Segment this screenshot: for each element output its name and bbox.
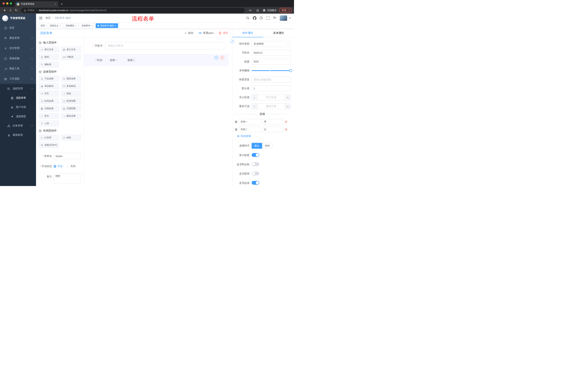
tag-close-icon[interactable]: × [60,25,61,27]
avatar-caret-icon[interactable] [289,18,291,19]
tag-home[interactable]: 首页 [39,23,47,28]
phone-input[interactable] [105,42,225,49]
minimize-window-button[interactable] [6,2,8,5]
sidebar-logo[interactable]: 芋道管理系统 [0,14,36,23]
sidebar-item-user-group[interactable]: 用户分组 [0,102,36,112]
github-icon[interactable] [253,16,256,20]
avatar[interactable] [280,15,287,21]
palette-item-select[interactable]: ◎下拉选择 [39,76,59,82]
tag-close-icon[interactable]: × [75,25,77,27]
tag-process-model[interactable]: 流程模型 × [64,23,79,28]
sidebar-item-payment[interactable]: ¥ 支付管理 [0,43,36,53]
palette-item-button[interactable]: ⊡按钮 [61,135,81,141]
palette-item-editor[interactable]: ✎编辑器 [39,62,59,67]
palette-item-date-picker[interactable]: ▦日期选择 [39,106,59,112]
update-chrome-button[interactable]: 更新 ⋮ [279,8,292,13]
clear-button[interactable]: 清空 [219,31,228,35]
tab-component-props[interactable]: 组件属性 [232,29,263,37]
sidebar-item-process-model[interactable]: 流程模型 [0,112,36,121]
tab-form-props[interactable]: 表单属性 [263,29,294,37]
palette-item-table[interactable]: ⊞表格[开发中] [39,142,59,148]
palette-item-rate[interactable]: ☆评分 [39,113,59,119]
save-button[interactable]: ✓ 保存 [184,31,193,35]
sidebar-item-infrastructure[interactable]: 基础设施 [0,53,36,64]
copy-widget-button[interactable] [214,56,218,60]
anchor-link-button[interactable] [230,39,234,43]
form-canvas[interactable]: *手机号 [84,37,232,186]
increase-button[interactable]: + [285,104,291,109]
palette-item-textarea[interactable]: ▤多行文本 [61,47,81,53]
required-toggle[interactable] [252,181,259,185]
remove-option-icon[interactable]: ⊖ [285,120,287,123]
show-label-toggle[interactable] [252,153,259,157]
form-remark-textarea[interactable]: 嘿嘿 [54,173,81,184]
slider-handle[interactable] [289,69,292,72]
browser-tab[interactable]: 芋道管理系统 × [15,1,58,7]
palette-item-time-range[interactable]: ◶时间范围 [61,98,81,104]
gender-option-1-checkbox[interactable]: 选项一 [105,59,117,62]
option-value-input[interactable] [262,127,284,132]
new-tab-button[interactable]: + [61,2,63,6]
palette-item-password[interactable]: 密码 [39,54,59,60]
view-json-button[interactable]: 查看json [199,31,214,35]
drag-handle-icon[interactable] [234,120,238,123]
sidebar-item-leave-query[interactable]: 请假查询 [0,130,36,139]
phone-field-row[interactable]: *手机号 [93,42,225,49]
min-select-value[interactable]: 至少应选 [257,95,285,100]
sidebar-item-process-management[interactable]: 流程管理 [0,84,36,93]
url-bar[interactable]: 不安全 dashboard.yudao.iocoder.cn/bpm/manag… [21,8,245,13]
remove-option-icon[interactable]: ⊖ [285,128,287,131]
tag-process-definition[interactable]: 流程定义 × [48,23,63,28]
forward-button[interactable] [8,8,13,13]
drag-handle-icon[interactable] [234,128,238,131]
palette-item-color-picker[interactable]: ◑颜色选择 [61,113,81,119]
palette-item-time-picker[interactable]: ◷时间选择 [39,98,59,104]
option-label-input[interactable] [239,119,261,125]
sidebar-item-devtools[interactable]: 研发工具 [0,64,36,74]
style-button-button[interactable]: 按钮 [262,143,273,149]
chrome-menu-icon[interactable]: ⋮ [288,9,290,12]
gender-field-row[interactable]: *性别 选项一 选项二 [84,58,229,62]
label-width-input[interactable] [252,77,291,83]
sidebar-item-task-management[interactable]: 任务管理 [0,121,36,130]
tag-close-icon[interactable]: × [115,25,116,27]
increase-button[interactable]: + [285,95,291,100]
sidebar-item-workflow[interactable]: 工作流程 [0,74,36,84]
decrease-button[interactable]: − [252,104,257,109]
palette-item-row-container[interactable]: ▢行容器 [39,135,59,141]
palette-item-cascader[interactable]: ⋔级联选择 [61,76,81,82]
palette-item-checkbox-group[interactable]: ☑多选框组 [61,83,81,89]
breadcrumb-home[interactable]: 首页 [45,16,51,20]
style-default-button[interactable]: 默认 [252,143,262,149]
slider-track[interactable] [252,70,291,71]
reload-button[interactable]: ↻ [14,8,19,13]
title-input[interactable] [252,59,291,65]
tag-process-form[interactable]: 流程表单 × [80,23,94,28]
close-window-button[interactable] [2,2,5,5]
collapse-sidebar-button[interactable] [36,14,45,22]
back-button[interactable] [2,8,7,13]
help-icon[interactable]: ? [259,16,263,20]
tag-close-icon[interactable]: × [91,25,93,27]
form-grid-slider[interactable] [252,68,291,74]
component-type-select[interactable]: 多选框组 [252,41,291,47]
selected-widget-gender[interactable]: *性别 选项一 选项二 [84,54,229,66]
tab-close-icon[interactable]: × [54,3,56,6]
form-name-input[interactable] [54,153,81,159]
gender-option-2-checkbox[interactable]: 选项二 [123,59,135,62]
bookmark-star-icon[interactable] [255,8,260,13]
status-on-radio[interactable]: 开启 [54,165,63,168]
palette-item-slider[interactable]: ⊸滑块 [61,91,81,97]
sidebar-item-process-form[interactable]: 流程表单 [0,93,36,102]
border-toggle[interactable] [252,162,259,166]
palette-item-radio-group[interactable]: ◉单选框组 [39,83,59,89]
decrease-button[interactable]: − [252,95,257,100]
fullscreen-icon[interactable] [266,16,270,20]
password-key-icon[interactable] [248,8,253,13]
palette-item-date-range[interactable]: ▥日期范围 [61,106,81,112]
default-value-input[interactable] [252,85,291,91]
palette-item-counter[interactable]: 123计数器 [61,54,81,60]
field-name-input[interactable] [252,50,291,56]
add-option-button[interactable]: ⊕ 添加选项 [232,134,294,138]
sidebar-item-system[interactable]: ⚙ 系统管理 [0,33,36,43]
